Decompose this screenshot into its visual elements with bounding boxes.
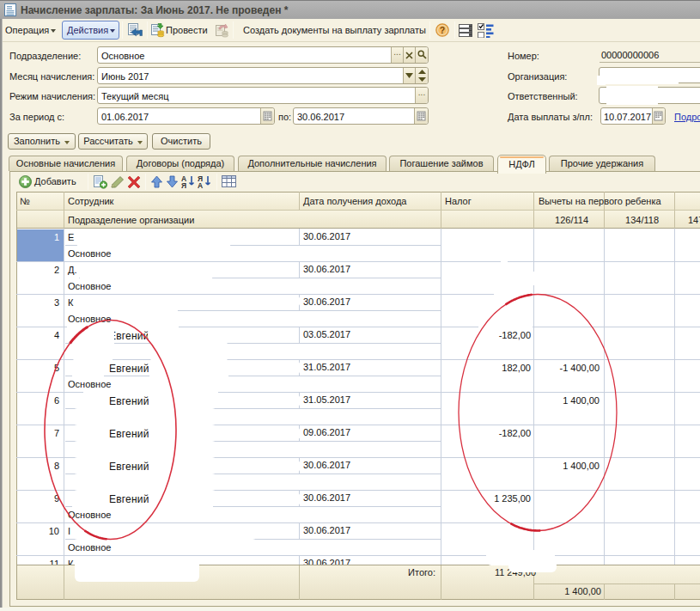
svg-text:?: ? — [440, 25, 445, 35]
svg-text:А: А — [198, 181, 203, 189]
svg-text:Я: Я — [181, 181, 186, 189]
